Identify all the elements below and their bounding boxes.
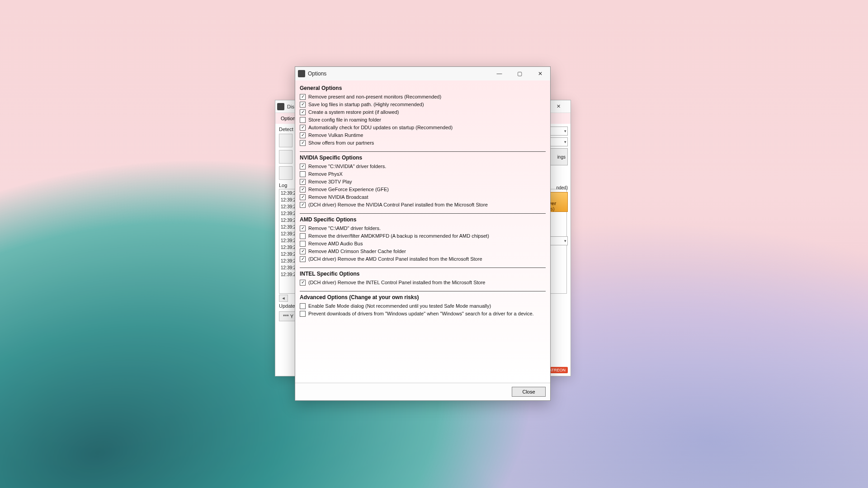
- general-option-label: Create a system restore point (if allowe…: [308, 109, 399, 116]
- general-checkbox[interactable]: [300, 102, 306, 108]
- ddu-close-button[interactable]: ✕: [548, 100, 569, 113]
- amd-option-label: Remove AMD Crimson Shader Cache folder: [308, 248, 406, 255]
- general-option-row[interactable]: Create a system restore point (if allowe…: [300, 108, 546, 116]
- separator: [300, 151, 546, 152]
- nvidia-option-row[interactable]: Remove PhysX: [300, 170, 546, 178]
- separator: [300, 267, 546, 268]
- ddu-button-placeholder-2[interactable]: [279, 150, 292, 164]
- nvidia-option-row[interactable]: Remove GeForce Experience (GFE): [300, 186, 546, 193]
- chevron-down-icon: ▾: [564, 239, 566, 243]
- amd-checkbox[interactable]: [300, 241, 306, 247]
- nvidia-checkbox[interactable]: [300, 202, 306, 208]
- nvidia-checkbox[interactable]: [300, 164, 306, 169]
- amd-option-row[interactable]: Remove the driver/filter AMDKMPFD (A bac…: [300, 232, 546, 240]
- options-maximize-button[interactable]: ▢: [509, 67, 530, 80]
- intel-option-row[interactable]: (DCH driver) Remove the INTEL Control Pa…: [300, 279, 546, 286]
- general-checkbox[interactable]: [300, 132, 306, 138]
- general-option-label: Remove present and non-present monitors …: [308, 94, 441, 100]
- general-option-row[interactable]: Remove present and non-present monitors …: [300, 93, 546, 101]
- general-option-row[interactable]: Remove Vulkan Runtime: [300, 131, 546, 139]
- general-option-row[interactable]: Save log files in startup path. (Highly …: [300, 101, 546, 108]
- amd-checkbox[interactable]: [300, 256, 306, 262]
- ddu-button-placeholder-3[interactable]: [279, 166, 292, 180]
- options-footer: Close: [295, 383, 550, 400]
- general-option-row[interactable]: Show offers from our partners: [300, 139, 546, 147]
- nvidia-options-heading: NVIDIA Specific Options: [300, 155, 546, 161]
- options-dialog: Options — ▢ ✕ General Options Remove pre…: [295, 66, 551, 401]
- ddu-button-placeholder-1[interactable]: [279, 134, 292, 147]
- advanced-option-row[interactable]: Enable Safe Mode dialog (Not recommended…: [300, 302, 546, 310]
- chevron-down-icon: ▾: [564, 129, 566, 133]
- general-checkbox[interactable]: [300, 109, 306, 115]
- general-option-label: Automatically check for DDU updates on s…: [308, 124, 453, 131]
- ddu-app-icon: [277, 103, 284, 110]
- options-close-button[interactable]: Close: [512, 387, 546, 397]
- general-option-label: Save log files in startup path. (Highly …: [308, 101, 424, 108]
- nvidia-option-row[interactable]: Remove NVIDIA Broadcast: [300, 193, 546, 201]
- general-option-label: Show offers from our partners: [308, 140, 374, 146]
- general-checkbox[interactable]: [300, 117, 306, 123]
- general-option-label: Store config file in roaming folder: [308, 117, 381, 123]
- nvidia-checkbox[interactable]: [300, 194, 306, 200]
- amd-option-row[interactable]: Remove "C:\AMD" driver folders.: [300, 225, 546, 232]
- nvidia-option-label: Remove NVIDIA Broadcast: [308, 194, 368, 201]
- nvidia-option-label: Remove 3DTV Play: [308, 178, 352, 185]
- general-options-heading: General Options: [300, 85, 546, 91]
- options-title-text: Options: [308, 70, 489, 77]
- amd-option-label: Remove the driver/filter AMDKMPFD (A bac…: [308, 233, 489, 239]
- amd-checkbox[interactable]: [300, 233, 306, 239]
- general-checkbox[interactable]: [300, 140, 306, 146]
- options-titlebar[interactable]: Options — ▢ ✕: [295, 67, 550, 80]
- advanced-option-label: Prevent downloads of drivers from "Windo…: [308, 310, 534, 317]
- options-minimize-button[interactable]: —: [489, 67, 509, 80]
- nvidia-option-label: Remove GeForce Experience (GFE): [308, 186, 389, 193]
- amd-option-label: (DCH driver) Remove the AMD Control Pane…: [308, 256, 482, 263]
- nvidia-option-row[interactable]: Remove "C:\NVIDIA" driver folders.: [300, 163, 546, 170]
- general-checkbox[interactable]: [300, 125, 306, 131]
- advanced-option-row[interactable]: Prevent downloads of drivers from "Windo…: [300, 310, 546, 318]
- amd-option-row[interactable]: (DCH driver) Remove the AMD Control Pane…: [300, 255, 546, 263]
- options-close-x-button[interactable]: ✕: [530, 67, 550, 80]
- amd-option-row[interactable]: Remove AMD Audio Bus: [300, 240, 546, 248]
- advanced-checkbox[interactable]: [300, 311, 306, 317]
- nvidia-option-label: Remove PhysX: [308, 171, 343, 178]
- intel-option-label: (DCH driver) Remove the INTEL Control Pa…: [308, 279, 485, 286]
- nvidia-option-row[interactable]: Remove 3DTV Play: [300, 178, 546, 186]
- nvidia-option-label: (DCH driver) Remove the NVIDIA Control P…: [308, 202, 488, 208]
- ddu-log-scroll-left[interactable]: ◄: [279, 295, 288, 302]
- general-option-row[interactable]: Store config file in roaming folder: [300, 116, 546, 124]
- options-app-icon: [298, 70, 305, 77]
- amd-checkbox[interactable]: [300, 225, 306, 231]
- nvidia-checkbox[interactable]: [300, 171, 306, 177]
- nvidia-checkbox[interactable]: [300, 187, 306, 192]
- intel-options-heading: INTEL Specific Options: [300, 271, 546, 277]
- amd-option-row[interactable]: Remove AMD Crimson Shader Cache folder: [300, 248, 546, 255]
- general-checkbox[interactable]: [300, 94, 306, 100]
- separator: [300, 291, 546, 291]
- chevron-down-icon: ▾: [564, 140, 566, 144]
- amd-option-label: Remove "C:\AMD" driver folders.: [308, 225, 381, 232]
- nvidia-option-row[interactable]: (DCH driver) Remove the NVIDIA Control P…: [300, 201, 546, 209]
- amd-option-label: Remove AMD Audio Bus: [308, 240, 363, 247]
- intel-checkbox[interactable]: [300, 280, 306, 286]
- nvidia-checkbox[interactable]: [300, 179, 306, 185]
- general-option-row[interactable]: Automatically check for DDU updates on s…: [300, 124, 546, 131]
- advanced-checkbox[interactable]: [300, 303, 306, 309]
- advanced-option-label: Enable Safe Mode dialog (Not recommended…: [308, 303, 491, 310]
- general-option-label: Remove Vulkan Runtime: [308, 132, 363, 139]
- amd-checkbox[interactable]: [300, 249, 306, 254]
- amd-options-heading: AMD Specific Options: [300, 216, 546, 223]
- options-content: General Options Remove present and non-p…: [295, 80, 550, 383]
- advanced-options-heading: Advanced Options (Change at your own ris…: [300, 294, 546, 300]
- separator: [300, 213, 546, 214]
- nvidia-option-label: Remove "C:\NVIDIA" driver folders.: [308, 163, 386, 170]
